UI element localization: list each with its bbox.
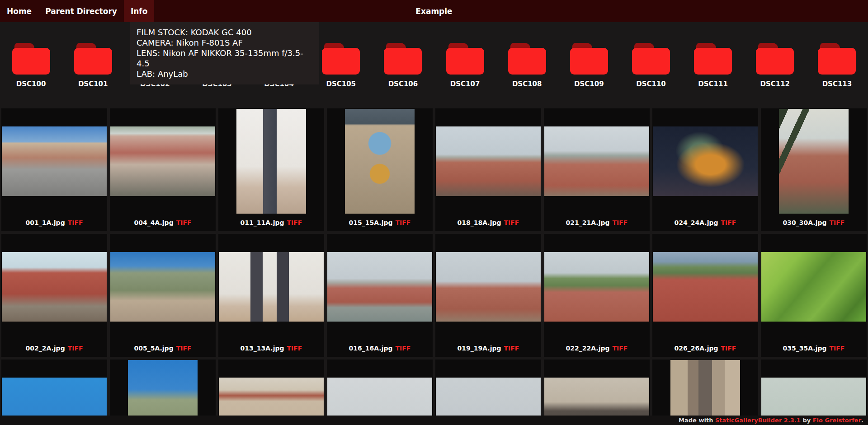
- folder-item-dsc105[interactable]: DSC105: [310, 43, 372, 88]
- photo-filename[interactable]: 035_35A.jpg: [783, 345, 827, 352]
- folder-body-shape: [570, 48, 608, 75]
- folder-item-dsc101[interactable]: DSC101: [62, 43, 124, 88]
- photo-filename[interactable]: 013_13A.jpg: [241, 345, 284, 352]
- nav-bar: HomeParent DirectoryInfo Example: [0, 0, 868, 22]
- photo-thumbnail[interactable]: [779, 109, 849, 214]
- tiff-link[interactable]: TIFF: [396, 219, 411, 226]
- thumb-area: [110, 108, 216, 214]
- photo-caption: 018_18A.jpg TIFF: [435, 214, 541, 231]
- gallery-cell: 013_13A.jpg TIFF: [218, 234, 324, 357]
- gallery-cell: 005_5A.jpg TIFF: [110, 234, 216, 357]
- folder-body-shape: [446, 48, 484, 75]
- builder-link[interactable]: StaticGalleryBuilder 2.3.1: [715, 417, 801, 424]
- photo-caption: 035_35A.jpg TIFF: [761, 340, 867, 357]
- photo-filename[interactable]: 004_4A.jpg: [134, 219, 173, 226]
- folder-label: DSC107: [450, 80, 480, 88]
- photo-thumbnail[interactable]: [110, 126, 215, 196]
- thumb-area: [652, 108, 758, 214]
- folder-body-shape: [694, 48, 732, 75]
- photo-filename[interactable]: 018_18A.jpg: [458, 219, 501, 226]
- folder-item-dsc112[interactable]: DSC112: [744, 43, 806, 88]
- nav-tab-parent-directory[interactable]: Parent Directory: [38, 0, 124, 22]
- gallery-cell: 019_19A.jpg TIFF: [435, 234, 541, 357]
- photo-thumbnail[interactable]: [2, 252, 107, 322]
- folder-item-dsc107[interactable]: DSC107: [434, 43, 496, 88]
- photo-filename[interactable]: 021_21A.jpg: [566, 219, 610, 226]
- photo-filename[interactable]: 030_30A.jpg: [783, 219, 827, 226]
- tiff-link[interactable]: TIFF: [613, 345, 628, 352]
- tiff-link[interactable]: TIFF: [287, 219, 302, 226]
- tiff-link[interactable]: TIFF: [721, 219, 736, 226]
- photo-thumbnail[interactable]: [219, 252, 324, 322]
- folder-icon: [632, 43, 670, 75]
- folder-item-dsc100[interactable]: DSC100: [0, 43, 62, 88]
- gallery-cell: 001_1A.jpg TIFF: [1, 108, 107, 231]
- folder-item-dsc111[interactable]: DSC111: [682, 43, 744, 88]
- folder-label: DSC111: [698, 80, 728, 88]
- nav-tabs: HomeParent DirectoryInfo: [0, 0, 154, 22]
- folder-item-dsc109[interactable]: DSC109: [558, 43, 620, 88]
- folder-label: DSC109: [574, 80, 604, 88]
- author-link[interactable]: Flo Greistorfer: [813, 417, 861, 424]
- photo-thumbnail[interactable]: [436, 252, 541, 322]
- gallery-cell: 022_22A.jpg TIFF: [544, 234, 650, 357]
- tiff-link[interactable]: TIFF: [396, 345, 411, 352]
- nav-tab-home[interactable]: Home: [0, 0, 38, 22]
- folder-item-dsc110[interactable]: DSC110: [620, 43, 682, 88]
- thumb-area: [218, 234, 324, 340]
- tiff-link[interactable]: TIFF: [68, 345, 83, 352]
- tiff-link[interactable]: TIFF: [721, 345, 736, 352]
- photo-thumbnail[interactable]: [653, 252, 758, 322]
- gallery-cell: 035_35A.jpg TIFF: [761, 234, 867, 357]
- photo-filename[interactable]: 024_24A.jpg: [675, 219, 718, 226]
- photo-thumbnail[interactable]: [544, 126, 649, 196]
- photo-filename[interactable]: 026_26A.jpg: [675, 345, 718, 352]
- folder-icon: [508, 43, 546, 75]
- folder-label: DSC108: [512, 80, 542, 88]
- photo-filename[interactable]: 015_15A.jpg: [349, 219, 393, 226]
- tiff-link[interactable]: TIFF: [613, 219, 628, 226]
- photo-thumbnail[interactable]: [236, 109, 306, 214]
- photo-filename[interactable]: 019_19A.jpg: [458, 345, 501, 352]
- photo-filename[interactable]: 002_2A.jpg: [25, 345, 65, 352]
- thumb-area: [110, 234, 216, 340]
- gallery-cell: 004_4A.jpg TIFF: [110, 108, 216, 231]
- tiff-link[interactable]: TIFF: [830, 219, 845, 226]
- footer-by: by: [802, 417, 811, 424]
- folder-item-dsc113[interactable]: DSC113: [806, 43, 868, 88]
- photo-filename[interactable]: 011_11A.jpg: [241, 219, 284, 226]
- thumb-area: [435, 108, 541, 214]
- photo-filename[interactable]: 005_5A.jpg: [134, 345, 173, 352]
- thumb-area: [435, 234, 541, 340]
- folder-item-dsc106[interactable]: DSC106: [372, 43, 434, 88]
- thumb-area: [327, 234, 433, 340]
- folder-body-shape: [322, 48, 360, 75]
- tiff-link[interactable]: TIFF: [830, 345, 845, 352]
- thumb-area: [761, 234, 867, 340]
- tiff-link[interactable]: TIFF: [68, 219, 83, 226]
- folder-label: DSC112: [760, 80, 790, 88]
- tiff-link[interactable]: TIFF: [287, 345, 302, 352]
- photo-caption: 024_24A.jpg TIFF: [652, 214, 758, 231]
- photo-thumbnail[interactable]: [327, 252, 432, 322]
- tiff-link[interactable]: TIFF: [504, 219, 519, 226]
- photo-thumbnail[interactable]: [761, 252, 866, 322]
- tiff-link[interactable]: TIFF: [176, 345, 192, 352]
- photo-filename[interactable]: 022_22A.jpg: [566, 345, 610, 352]
- photo-thumbnail[interactable]: [653, 126, 758, 196]
- photo-caption: 016_16A.jpg TIFF: [327, 340, 433, 357]
- tiff-link[interactable]: TIFF: [504, 345, 519, 352]
- photo-thumbnail[interactable]: [544, 252, 649, 322]
- gallery-cell: 015_15A.jpg TIFF: [327, 108, 433, 231]
- photo-thumbnail[interactable]: [436, 126, 541, 196]
- nav-tab-info[interactable]: Info: [124, 0, 155, 22]
- photo-thumbnail[interactable]: [2, 126, 107, 196]
- thumb-area: [1, 234, 107, 340]
- folder-icon: [12, 43, 50, 75]
- photo-filename[interactable]: 016_16A.jpg: [349, 345, 393, 352]
- tiff-link[interactable]: TIFF: [176, 219, 192, 226]
- folder-item-dsc108[interactable]: DSC108: [496, 43, 558, 88]
- photo-filename[interactable]: 001_1A.jpg: [25, 219, 65, 226]
- photo-thumbnail[interactable]: [110, 252, 215, 322]
- photo-thumbnail[interactable]: [345, 109, 415, 214]
